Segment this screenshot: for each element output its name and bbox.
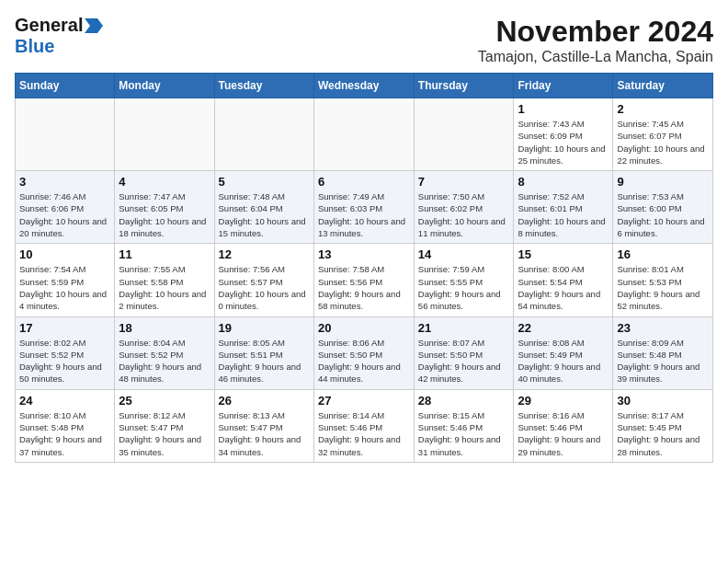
calendar-cell: 28Sunrise: 8:15 AM Sunset: 5:46 PM Dayli… — [414, 389, 514, 462]
calendar-cell: 9Sunrise: 7:53 AM Sunset: 6:00 PM Daylig… — [613, 171, 713, 244]
calendar-cell — [115, 98, 214, 171]
calendar-cell: 26Sunrise: 8:13 AM Sunset: 5:47 PM Dayli… — [214, 389, 313, 462]
day-number: 3 — [19, 175, 110, 189]
day-number: 20 — [318, 321, 410, 335]
day-info: Sunrise: 8:12 AM Sunset: 5:47 PM Dayligh… — [119, 409, 210, 458]
day-number: 28 — [418, 394, 510, 408]
calendar-cell: 21Sunrise: 8:07 AM Sunset: 5:50 PM Dayli… — [414, 316, 514, 389]
calendar-cell — [313, 98, 414, 171]
day-number: 24 — [19, 394, 110, 408]
day-info: Sunrise: 7:46 AM Sunset: 6:06 PM Dayligh… — [19, 190, 110, 239]
logo-general: General — [15, 15, 83, 36]
calendar-cell: 20Sunrise: 8:06 AM Sunset: 5:50 PM Dayli… — [313, 316, 414, 389]
title-area: November 2024 Tamajon, Castille-La Manch… — [478, 15, 713, 65]
day-info: Sunrise: 7:43 AM Sunset: 6:09 PM Dayligh… — [518, 118, 609, 167]
day-info: Sunrise: 7:59 AM Sunset: 5:55 PM Dayligh… — [418, 263, 510, 312]
calendar-week-row: 3Sunrise: 7:46 AM Sunset: 6:06 PM Daylig… — [16, 171, 713, 244]
day-info: Sunrise: 8:01 AM Sunset: 5:53 PM Dayligh… — [617, 263, 709, 312]
calendar-cell: 13Sunrise: 7:58 AM Sunset: 5:56 PM Dayli… — [313, 244, 414, 316]
weekday-header: Friday — [514, 74, 613, 98]
day-number: 11 — [119, 247, 210, 261]
calendar-cell: 18Sunrise: 8:04 AM Sunset: 5:52 PM Dayli… — [115, 316, 214, 389]
day-info: Sunrise: 8:14 AM Sunset: 5:46 PM Dayligh… — [318, 409, 410, 458]
calendar-week-row: 10Sunrise: 7:54 AM Sunset: 5:59 PM Dayli… — [16, 244, 713, 316]
calendar-cell: 22Sunrise: 8:08 AM Sunset: 5:49 PM Dayli… — [514, 316, 613, 389]
logo: General Blue — [15, 15, 103, 57]
day-info: Sunrise: 8:16 AM Sunset: 5:46 PM Dayligh… — [518, 409, 609, 458]
calendar-cell — [214, 98, 313, 171]
day-info: Sunrise: 8:15 AM Sunset: 5:46 PM Dayligh… — [418, 409, 510, 458]
day-info: Sunrise: 8:05 AM Sunset: 5:51 PM Dayligh… — [219, 337, 310, 385]
month-title: November 2024 — [478, 15, 713, 49]
weekday-header: Monday — [115, 74, 214, 98]
day-info: Sunrise: 7:56 AM Sunset: 5:57 PM Dayligh… — [219, 263, 310, 312]
day-number: 15 — [518, 247, 609, 261]
weekday-header: Thursday — [414, 74, 514, 98]
calendar-cell: 10Sunrise: 7:54 AM Sunset: 5:59 PM Dayli… — [16, 244, 115, 316]
day-number: 5 — [219, 175, 310, 189]
day-info: Sunrise: 7:50 AM Sunset: 6:02 PM Dayligh… — [418, 190, 510, 239]
day-number: 10 — [19, 247, 110, 261]
calendar-cell: 3Sunrise: 7:46 AM Sunset: 6:06 PM Daylig… — [16, 171, 115, 244]
day-info: Sunrise: 7:49 AM Sunset: 6:03 PM Dayligh… — [318, 190, 410, 239]
calendar-cell: 12Sunrise: 7:56 AM Sunset: 5:57 PM Dayli… — [214, 244, 313, 316]
day-info: Sunrise: 7:45 AM Sunset: 6:07 PM Dayligh… — [617, 118, 709, 167]
day-number: 7 — [418, 175, 510, 189]
calendar-week-row: 24Sunrise: 8:10 AM Sunset: 5:48 PM Dayli… — [16, 389, 713, 462]
day-number: 27 — [318, 394, 410, 408]
day-info: Sunrise: 7:53 AM Sunset: 6:00 PM Dayligh… — [617, 190, 709, 239]
day-number: 26 — [219, 394, 310, 408]
weekday-header: Saturday — [613, 74, 713, 98]
logo-blue: Blue — [15, 36, 54, 57]
calendar-header-row: SundayMondayTuesdayWednesdayThursdayFrid… — [16, 74, 713, 98]
day-info: Sunrise: 8:06 AM Sunset: 5:50 PM Dayligh… — [318, 337, 410, 385]
weekday-header: Sunday — [16, 74, 115, 98]
calendar-cell: 23Sunrise: 8:09 AM Sunset: 5:48 PM Dayli… — [613, 316, 713, 389]
day-number: 29 — [518, 394, 609, 408]
day-number: 1 — [518, 102, 609, 116]
calendar-cell: 7Sunrise: 7:50 AM Sunset: 6:02 PM Daylig… — [414, 171, 514, 244]
day-info: Sunrise: 8:17 AM Sunset: 5:45 PM Dayligh… — [617, 409, 709, 458]
page-header: General Blue November 2024 Tamajon, Cast… — [15, 15, 713, 65]
calendar-cell: 27Sunrise: 8:14 AM Sunset: 5:46 PM Dayli… — [313, 389, 414, 462]
day-info: Sunrise: 7:48 AM Sunset: 6:04 PM Dayligh… — [219, 190, 310, 239]
day-number: 9 — [617, 175, 709, 189]
calendar-cell: 14Sunrise: 7:59 AM Sunset: 5:55 PM Dayli… — [414, 244, 514, 316]
day-number: 8 — [518, 175, 609, 189]
day-info: Sunrise: 7:58 AM Sunset: 5:56 PM Dayligh… — [318, 263, 410, 312]
day-number: 14 — [418, 247, 510, 261]
calendar-cell — [16, 98, 115, 171]
day-number: 23 — [617, 321, 709, 335]
day-info: Sunrise: 8:02 AM Sunset: 5:52 PM Dayligh… — [19, 337, 110, 385]
day-number: 13 — [318, 247, 410, 261]
calendar-cell: 1Sunrise: 7:43 AM Sunset: 6:09 PM Daylig… — [514, 98, 613, 171]
calendar-week-row: 1Sunrise: 7:43 AM Sunset: 6:09 PM Daylig… — [16, 98, 713, 171]
svg-marker-0 — [85, 18, 103, 33]
weekday-header: Tuesday — [214, 74, 313, 98]
day-info: Sunrise: 8:10 AM Sunset: 5:48 PM Dayligh… — [19, 409, 110, 458]
calendar-cell: 4Sunrise: 7:47 AM Sunset: 6:05 PM Daylig… — [115, 171, 214, 244]
day-info: Sunrise: 7:47 AM Sunset: 6:05 PM Dayligh… — [119, 190, 210, 239]
calendar-week-row: 17Sunrise: 8:02 AM Sunset: 5:52 PM Dayli… — [16, 316, 713, 389]
calendar-cell: 24Sunrise: 8:10 AM Sunset: 5:48 PM Dayli… — [16, 389, 115, 462]
calendar-cell: 6Sunrise: 7:49 AM Sunset: 6:03 PM Daylig… — [313, 171, 414, 244]
calendar-cell: 11Sunrise: 7:55 AM Sunset: 5:58 PM Dayli… — [115, 244, 214, 316]
day-number: 17 — [19, 321, 110, 335]
day-number: 22 — [518, 321, 609, 335]
day-number: 2 — [617, 102, 709, 116]
calendar-cell: 2Sunrise: 7:45 AM Sunset: 6:07 PM Daylig… — [613, 98, 713, 171]
day-number: 6 — [318, 175, 410, 189]
calendar-table: SundayMondayTuesdayWednesdayThursdayFrid… — [15, 73, 713, 463]
calendar-cell: 25Sunrise: 8:12 AM Sunset: 5:47 PM Dayli… — [115, 389, 214, 462]
calendar-cell: 5Sunrise: 7:48 AM Sunset: 6:04 PM Daylig… — [214, 171, 313, 244]
day-info: Sunrise: 7:52 AM Sunset: 6:01 PM Dayligh… — [518, 190, 609, 239]
day-info: Sunrise: 8:09 AM Sunset: 5:48 PM Dayligh… — [617, 337, 709, 385]
calendar-cell: 17Sunrise: 8:02 AM Sunset: 5:52 PM Dayli… — [16, 316, 115, 389]
day-number: 21 — [418, 321, 510, 335]
day-info: Sunrise: 8:00 AM Sunset: 5:54 PM Dayligh… — [518, 263, 609, 312]
calendar-cell: 16Sunrise: 8:01 AM Sunset: 5:53 PM Dayli… — [613, 244, 713, 316]
day-info: Sunrise: 8:04 AM Sunset: 5:52 PM Dayligh… — [119, 337, 210, 385]
day-info: Sunrise: 7:54 AM Sunset: 5:59 PM Dayligh… — [19, 263, 110, 312]
day-number: 12 — [219, 247, 310, 261]
day-number: 18 — [119, 321, 210, 335]
